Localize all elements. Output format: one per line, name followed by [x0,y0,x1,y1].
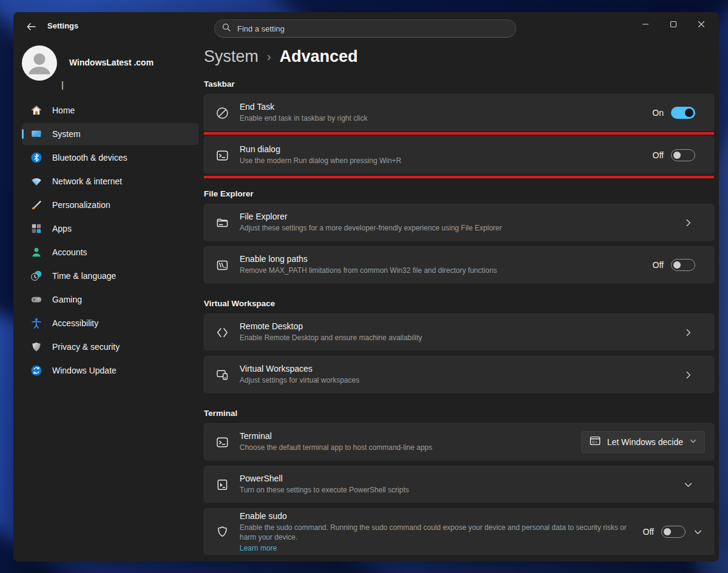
titlebar: Settings [13,12,719,41]
sidebar-item-label: Accessibility [52,318,98,328]
toggle-switch[interactable] [671,149,695,161]
settings-row-end-task[interactable]: End TaskEnable end task in taskbar by ri… [204,94,714,132]
toggle-thumb [673,261,681,269]
sidebar-item-time-language[interactable]: Time & language [22,265,199,287]
toggle-thumb [664,528,671,535]
sidebar-item-accessibility[interactable]: Accessibility [22,312,199,334]
virtual-workspaces-icon [215,367,229,382]
sidebar-item-home[interactable]: Home [22,99,199,121]
sidebar-item-label: Time & language [52,271,116,281]
row-title: Terminal [240,431,433,441]
row-texts: PowerShellTurn on these settings to exec… [240,474,409,495]
row-controls: C:\Let Windows decide [581,431,713,453]
run-dialog-icon [215,148,229,163]
sudo-shield-icon [215,524,229,539]
settings-row-enable-sudo[interactable]: Enable sudoEnable the sudo command. Runn… [204,508,714,555]
chevron-right-icon[interactable] [683,218,693,228]
row-controls: On [652,107,713,119]
svg-text:C:\: C:\ [592,440,597,444]
chevron-down-icon[interactable] [693,527,703,537]
chevron-down-icon[interactable] [683,480,693,490]
privacy-icon [30,341,42,353]
toggle-state-label: Off [653,260,664,270]
apps-icon [30,223,42,235]
home-icon [30,104,42,116]
terminal-icon [215,435,229,449]
row-texts: Enable sudoEnable the sudo command. Runn… [240,511,643,552]
settings-row-enable-long-paths[interactable]: Enable long pathsRemove MAX_PATH limitat… [204,246,714,284]
row-controls [683,327,713,338]
row-controls: Off [653,259,713,271]
sidebar-item-label: Windows Update [52,366,116,375]
file-explorer-icon [215,215,229,230]
section-title-terminal: Terminal [204,409,714,418]
page-title: Advanced [280,47,358,66]
sidebar-item-label: Accounts [52,247,87,257]
toggle-switch[interactable] [671,107,695,119]
minimize-button[interactable] [632,12,659,38]
row-controls: Off [653,149,713,161]
settings-row-file-explorer[interactable]: File ExplorerAdjust these settings for a… [204,204,714,241]
sidebar-item-windows-update[interactable]: Windows Update [22,360,199,381]
breadcrumb-system[interactable]: System [204,47,258,66]
row-title: End Task [240,102,368,112]
settings-row-remote-desktop[interactable]: Remote DesktopEnable Remote Desktop and … [204,313,714,351]
chevron-right-icon[interactable] [683,370,693,380]
accessibility-icon [30,317,42,329]
settings-row-virtual-workspaces[interactable]: Virtual WorkspacesAdjust settings for vi… [204,356,714,394]
chevron-right-icon[interactable] [683,327,693,338]
breadcrumb-separator-icon: › [267,50,271,64]
row-texts: TerminalChoose the default terminal app … [240,431,433,452]
learn-more-link[interactable]: Learn more [240,544,277,552]
app-title: Settings [47,21,78,30]
settings-row-powershell[interactable]: PowerShellTurn on these settings to exec… [204,466,714,503]
sidebar-item-accounts[interactable]: Accounts [22,241,199,263]
toggle-switch[interactable] [671,259,695,271]
toggle-thumb [685,109,693,117]
sidebar-item-apps[interactable]: Apps [22,218,199,240]
sidebar-item-network-internet[interactable]: Network & internet [22,170,199,192]
sidebar-item-label: Home [52,106,75,115]
back-button[interactable] [22,18,40,35]
search-input[interactable] [236,24,508,34]
sidebar-item-privacy-security[interactable]: Privacy & security [22,336,199,358]
row-title: Virtual Workspaces [240,364,359,374]
row-controls [683,480,713,490]
section-rows: End TaskEnable end task in taskbar by ri… [204,94,714,174]
toggle-switch[interactable] [661,526,686,538]
sidebar-item-bluetooth-devices[interactable]: Bluetooth & devices [22,147,199,169]
sidebar-item-personalization[interactable]: Personalization [22,194,199,216]
main-content: System › Advanced TaskbarEnd TaskEnable … [204,41,714,561]
long-paths-icon [215,258,229,272]
close-button[interactable] [687,12,715,38]
settings-row-terminal[interactable]: TerminalChoose the default terminal app … [204,423,714,461]
row-title: File Explorer [240,212,502,221]
text-caret: | [61,79,64,90]
maximize-button[interactable] [659,12,687,38]
row-texts: File ExplorerAdjust these settings for a… [240,212,502,233]
settings-row-run-dialog[interactable]: Run dialogUse the modern Run dialog when… [204,136,714,174]
toggle-thumb [673,152,681,159]
windows-update-icon [30,364,42,377]
gaming-icon [30,293,42,306]
row-subtitle: Enable end task in taskbar by right clic… [240,113,368,123]
user-block[interactable]: WindowsLatest .com | [13,41,204,99]
sidebar-item-label: Personalization [52,200,110,210]
bluetooth-icon [30,152,42,164]
caption-controls [632,12,715,38]
sidebar-item-gaming[interactable]: Gaming [22,289,199,310]
section-title-virtual-workspace: Virtual Workspace [204,299,714,308]
network-icon [30,175,42,187]
section-title-taskbar: Taskbar [204,79,714,89]
search-box [214,19,516,38]
row-texts: Remote DesktopEnable Remote Desktop and … [240,321,422,343]
accounts-icon [30,246,42,258]
sidebar-item-label: System [52,129,81,139]
toggle-state-label: Off [643,527,654,537]
row-title: Remote Desktop [240,321,422,331]
sidebar-item-system[interactable]: System [22,123,199,145]
terminal-default-dropdown[interactable]: C:\Let Windows decide [581,431,705,453]
row-subtitle: Choose the default terminal app to host … [240,443,433,452]
sidebar-item-label: Network & internet [52,176,122,186]
row-subtitle: Remove MAX_PATH limitations from common … [240,266,497,275]
